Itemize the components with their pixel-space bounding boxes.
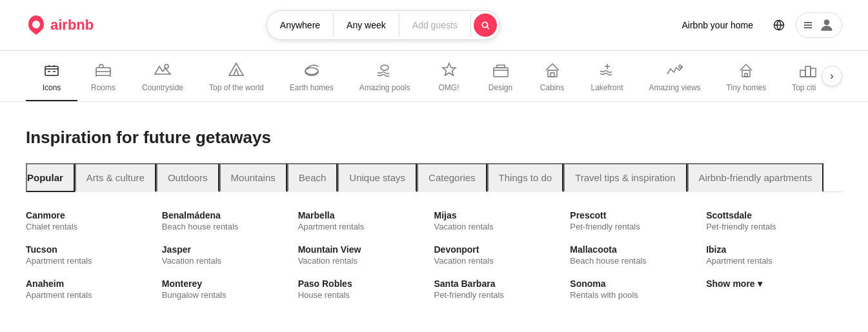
category-label-icons: Icons [43,83,61,92]
destination-type: Vacation rentals [434,222,570,231]
user-avatar-icon [818,17,835,34]
list-item[interactable]: Sonoma Rentals with pools [570,278,706,300]
svg-rect-15 [550,73,554,77]
search-button[interactable] [474,14,497,37]
destination-type: Beach house rentals [162,222,298,231]
list-item[interactable]: Show more ▾ [706,278,842,300]
list-item[interactable]: Prescott Pet-friendly rentals [570,210,706,231]
category-item-top-cities[interactable]: Top cities [779,51,816,101]
user-menu-button[interactable] [796,12,842,38]
globe-button[interactable] [767,14,791,37]
destination-type: Apartment rentals [26,290,162,300]
tab-apartments[interactable]: Airbnb-friendly apartments [687,163,824,192]
svg-rect-18 [745,73,747,77]
airbnb-home-button[interactable]: Airbnb your home [672,14,762,37]
category-label-cabins: Cabins [540,83,564,92]
category-item-amazing-pools[interactable]: Amazing pools [347,51,423,101]
destination-city: Mijas [434,210,570,220]
svg-line-1 [487,27,489,29]
tab-outdoors[interactable]: Outdoors [156,163,219,192]
tabs: PopularArts & cultureOutdoorsMountainsBe… [26,163,842,192]
destination-city: Devonport [434,244,570,255]
category-icon-lakefront [598,61,616,79]
destination-type: Bungalow rentals [162,290,298,300]
tab-travel[interactable]: Travel tips & inspiration [563,163,687,192]
category-item-omg[interactable]: OMG! [423,51,475,101]
list-item[interactable]: Scottsdale Pet-friendly rentals [706,210,842,231]
svg-rect-13 [494,68,508,77]
globe-icon [773,19,785,31]
destination-type: Pet-friendly rentals [434,290,570,300]
category-item-design[interactable]: Design [475,51,527,101]
category-icon-top-cities [799,61,816,79]
category-label-top-cities: Top cities [792,83,816,92]
airbnb-logo-icon [26,15,46,35]
nav-arrow-right[interactable]: › [822,66,842,86]
category-item-tiny-homes[interactable]: Tiny homes [714,51,780,101]
list-item[interactable]: Mountain View Vacation rentals [298,244,434,266]
category-icon-amazing-views [666,61,684,79]
list-item[interactable]: Devonport Vacation rentals [434,244,570,266]
list-item[interactable]: Monterey Bungalow rentals [162,278,298,300]
category-icon-design [492,61,510,79]
list-item[interactable]: Mallacoota Beach house rentals [570,244,706,266]
svg-rect-8 [45,66,58,75]
list-item[interactable]: Paso Robles House rentals [298,278,434,300]
svg-rect-21 [811,68,816,77]
destination-type: Pet-friendly rentals [706,222,842,231]
list-item[interactable]: Tucson Apartment rentals [26,244,162,266]
svg-point-10 [165,64,168,68]
category-label-lakefront: Lakefront [591,83,623,92]
category-item-icons[interactable]: Icons [26,51,77,101]
destination-city: Marbella [298,210,434,220]
list-item[interactable]: Anaheim Apartment rentals [26,278,162,300]
tab-things[interactable]: Things to do [487,163,564,192]
destination-type: House rentals [298,290,434,300]
header: airbnb Anywhere Any week Add guests Airb… [0,0,868,51]
category-label-amazing-views: Amazing views [649,83,701,92]
show-more-button[interactable]: Show more ▾ [706,278,842,289]
destination-city: Prescott [570,210,706,220]
search-guests[interactable]: Add guests [399,14,471,37]
list-item[interactable]: Marbella Apartment rentals [298,210,434,231]
destination-type: Apartment rentals [706,256,842,266]
destination-type: Apartment rentals [298,222,434,231]
tab-unique[interactable]: Unique stays [338,163,417,192]
category-item-top-of-the-world[interactable]: Top of the world [196,51,277,101]
category-item-amazing-views[interactable]: Amazing views [636,51,714,101]
tab-mountains[interactable]: Mountains [219,163,287,192]
search-anywhere[interactable]: Anywhere [267,14,334,37]
category-item-countryside[interactable]: Countryside [129,51,196,101]
destinations-grid: Canmore Chalet rentals Benalmádena Beach… [26,210,842,300]
category-label-design: Design [489,83,512,92]
category-icon-earth-homes [303,61,321,79]
destination-city: Sonoma [570,278,706,289]
category-item-rooms[interactable]: Rooms [77,51,129,101]
tab-beach[interactable]: Beach [287,163,338,192]
list-item[interactable]: Santa Barbara Pet-friendly rentals [434,278,570,300]
list-item[interactable]: Canmore Chalet rentals [26,210,162,231]
category-icon-rooms [94,61,112,79]
category-item-cabins[interactable]: Cabins [527,51,578,101]
list-item[interactable]: Benalmádena Beach house rentals [162,210,298,231]
category-label-earth-homes: Earth homes [290,83,334,92]
destination-type: Apartment rentals [26,256,162,266]
logo[interactable]: airbnb [26,15,94,35]
list-item[interactable]: Mijas Vacation rentals [434,210,570,231]
category-item-earth-homes[interactable]: Earth homes [277,51,347,101]
search-any-week[interactable]: Any week [334,14,399,37]
svg-rect-19 [800,70,805,77]
list-item[interactable]: Ibiza Apartment rentals [706,244,842,266]
category-item-lakefront[interactable]: Lakefront [578,51,636,101]
svg-rect-14 [548,70,557,77]
inspiration-title: Inspiration for future getaways [26,128,842,148]
destination-type: Pet-friendly rentals [570,222,706,231]
tab-popular[interactable]: Popular [26,163,75,192]
destination-city: Tucson [26,244,162,255]
search-icon [481,21,490,30]
logo-text: airbnb [50,17,94,34]
tab-arts[interactable]: Arts & culture [75,163,156,192]
tab-categories[interactable]: Categories [417,163,487,192]
list-item[interactable]: Jasper Vacation rentals [162,244,298,266]
category-icon-amazing-pools [376,61,394,79]
